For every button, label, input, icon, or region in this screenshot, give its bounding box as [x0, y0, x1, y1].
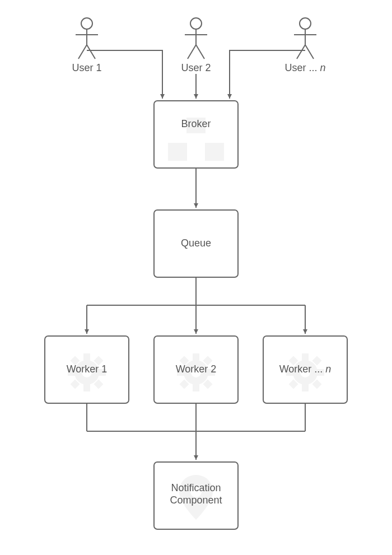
broker-label: Broker: [181, 118, 211, 129]
architecture-diagram: User 1 User 2 User ... n Broker Queue: [0, 0, 392, 555]
arrow-user1-broker: [87, 50, 162, 99]
notification-label-line1: Notification: [171, 482, 221, 493]
arrow-usern-broker: [230, 50, 305, 99]
worker-n-node: Worker ... n: [263, 336, 347, 403]
worker-1-label: Worker 1: [67, 363, 108, 375]
user-1-label: User 1: [72, 62, 101, 73]
worker-2-label: Worker 2: [176, 363, 217, 375]
notification-label-line2: Component: [170, 495, 222, 506]
worker-1-node: Worker 1: [45, 336, 129, 403]
user-1: User 1: [72, 18, 101, 73]
queue-node: Queue: [154, 210, 238, 277]
svg-rect-17: [168, 143, 187, 161]
notification-node: Notification Component: [154, 462, 238, 529]
user-2-label: User 2: [181, 62, 211, 73]
person-icon: [294, 18, 316, 59]
svg-rect-15: [154, 101, 238, 168]
worker-2-node: Worker 2: [154, 336, 238, 403]
svg-rect-18: [205, 143, 224, 161]
person-icon: [185, 18, 207, 59]
user-2: User 2: [181, 18, 211, 73]
person-icon: [76, 18, 98, 59]
user-n: User ... n: [284, 18, 325, 73]
worker-n-label: Worker ... n: [279, 363, 332, 375]
queue-label: Queue: [181, 237, 211, 249]
user-n-label: User ... n: [284, 62, 325, 73]
broker-node: Broker: [154, 101, 238, 168]
